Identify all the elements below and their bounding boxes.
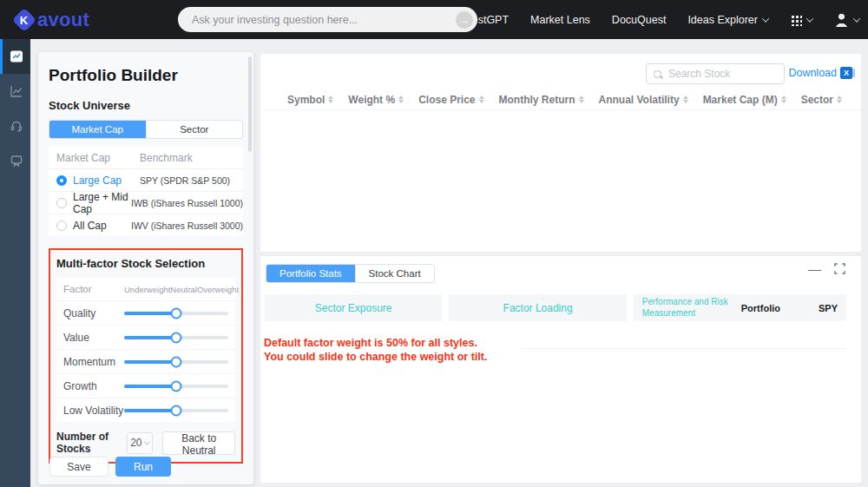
- logo-letter: K: [20, 13, 28, 26]
- sort-icon: [328, 95, 333, 103]
- sidebar-item-portfolio-builder[interactable]: [0, 39, 30, 74]
- chevron-down-icon: [853, 15, 860, 22]
- factor-row-value: Value: [56, 325, 235, 349]
- factor-column-label: Factor: [63, 284, 124, 294]
- option-label: Large Cap: [73, 174, 122, 187]
- builder-actions: Save Run: [49, 457, 171, 477]
- tab-market-cap[interactable]: Market Cap: [49, 121, 146, 138]
- nav-menu: InvestGPT Market Lens DocuQuest Ideas Ex…: [457, 13, 868, 27]
- radio-icon[interactable]: [56, 220, 67, 231]
- universe-option-large-cap[interactable]: Large Cap SPY (SPDR S&P 500): [49, 168, 243, 191]
- sidebar-item-support[interactable]: [0, 109, 30, 143]
- column-label: Annual Volatility: [599, 94, 680, 106]
- fullscreen-icon[interactable]: [834, 263, 845, 274]
- sidebar-item-charts[interactable]: [0, 74, 30, 109]
- column-header-monthly-return[interactable]: Monthly Return: [499, 94, 584, 106]
- slider-handle[interactable]: [171, 356, 182, 367]
- question-search-input[interactable]: [190, 13, 456, 27]
- factor-footer: Number of Stocks 20 Back to Neutral: [56, 431, 235, 455]
- radio-selected-icon[interactable]: [56, 175, 67, 186]
- low-volatility-slider[interactable]: [124, 409, 228, 412]
- overweight-label: Overweight: [197, 285, 239, 294]
- user-icon: [834, 13, 849, 27]
- sidebar-item-research[interactable]: [0, 143, 30, 178]
- nav-item-market-lens[interactable]: Market Lens: [530, 14, 590, 26]
- column-label: Market Cap (M): [703, 94, 778, 106]
- sort-icon: [398, 95, 404, 103]
- tab-portfolio-stats[interactable]: Portfolio Stats: [266, 265, 355, 282]
- option-benchmark: IWV (iShares Russell 3000): [131, 220, 243, 231]
- factor-row-growth: Growth: [56, 373, 235, 398]
- factor-table-header: Factor Underweight Neutral Overweight: [56, 278, 235, 300]
- top-navbar: K avout → InvestGPT Market Lens DocuQues…: [0, 0, 868, 39]
- universe-table-header: Market Cap Benchmark: [49, 147, 243, 168]
- stock-search-box[interactable]: [646, 63, 785, 84]
- slider-fill: [124, 336, 176, 339]
- column-header-weight[interactable]: Weight %: [348, 94, 404, 106]
- tab-stock-chart[interactable]: Stock Chart: [355, 265, 434, 282]
- search-submit-button[interactable]: →: [456, 11, 473, 29]
- page-title: Portfolio Builder: [49, 66, 243, 85]
- column-header-symbol[interactable]: Symbol: [287, 94, 333, 106]
- portfolio-builder-panel: Portfolio Builder Stock Universe Market …: [38, 52, 253, 484]
- factor-loading-header: Factor Loading: [449, 294, 626, 321]
- panel-scrollbar[interactable]: [248, 56, 252, 152]
- slider-handle[interactable]: [171, 332, 182, 343]
- excel-icon: X: [840, 67, 852, 79]
- factor-row-quality: Quality: [56, 300, 235, 325]
- question-search-bar[interactable]: →: [178, 7, 477, 32]
- quality-slider[interactable]: [124, 312, 228, 315]
- value-slider[interactable]: [124, 336, 228, 339]
- universe-option-all-cap[interactable]: All Cap IWV (iShares Russell 3000): [49, 214, 243, 236]
- minimize-icon[interactable]: —: [808, 262, 821, 275]
- back-to-neutral-button[interactable]: Back to Neutral: [162, 431, 235, 455]
- nav-item-ideas-explorer[interactable]: Ideas Explorer: [687, 14, 768, 26]
- stock-search-input[interactable]: [667, 67, 777, 81]
- stock-universe-heading: Stock Universe: [49, 99, 243, 112]
- column-header-market-cap[interactable]: Market Cap (M): [703, 94, 786, 106]
- slider-handle[interactable]: [171, 380, 182, 392]
- slider-fill: [124, 360, 176, 364]
- slider-handle[interactable]: [171, 307, 182, 319]
- stock-table-header-row: Symbol Weight % Close Price Monthly Retu…: [260, 89, 861, 110]
- column-header-annual-volatility[interactable]: Annual Volatility: [599, 94, 688, 106]
- sector-exposure-header: Sector Exposure: [265, 294, 442, 321]
- sort-icon: [837, 95, 842, 103]
- momentum-slider[interactable]: [124, 360, 228, 364]
- panel-window-controls: —: [808, 262, 845, 275]
- slider-fill: [124, 385, 176, 388]
- account-menu[interactable]: [834, 13, 859, 27]
- growth-slider[interactable]: [124, 385, 228, 388]
- save-button[interactable]: Save: [49, 457, 108, 477]
- column-label: Sector: [801, 94, 833, 106]
- option-label: Large + Mid Cap: [73, 191, 131, 215]
- number-of-stocks-select[interactable]: 20: [127, 432, 154, 454]
- slider-fill: [124, 409, 176, 412]
- download-link[interactable]: Download X: [788, 67, 852, 79]
- tab-sector[interactable]: Sector: [146, 121, 243, 138]
- stock-table-card: Download X Symbol Weight % Close Price M…: [260, 54, 861, 252]
- column-header-close-price[interactable]: Close Price: [418, 94, 483, 106]
- column-label: Monthly Return: [499, 94, 575, 106]
- slider-handle[interactable]: [171, 405, 182, 416]
- portfolio-builder-icon: [10, 49, 23, 63]
- neutral-label: Neutral: [170, 285, 197, 294]
- column-header-sector[interactable]: Sector: [801, 94, 842, 106]
- column-label: Weight %: [348, 94, 395, 106]
- sort-icon: [781, 95, 786, 103]
- run-button[interactable]: Run: [115, 457, 171, 477]
- factor-row-low-volatility: Low Volatility: [56, 398, 235, 422]
- sort-icon: [579, 95, 584, 103]
- universe-option-large-mid-cap[interactable]: Large + Mid Cap IWB (iShares Russell 100…: [49, 191, 243, 214]
- kavout-logo[interactable]: K avout: [16, 9, 89, 31]
- option-label: All Cap: [73, 220, 107, 232]
- nav-item-docuquest[interactable]: DocuQuest: [612, 14, 667, 26]
- factor-table: Factor Underweight Neutral Overweight Qu…: [56, 278, 235, 422]
- option-benchmark: IWB (iShares Russell 1000): [131, 198, 243, 208]
- radio-icon[interactable]: [56, 198, 67, 208]
- divider: [521, 348, 846, 349]
- apps-grid-icon: [790, 14, 802, 26]
- stats-section-headers: Sector Exposure Factor Loading Performan…: [265, 294, 846, 321]
- apps-menu[interactable]: [790, 14, 812, 26]
- sort-icon: [479, 95, 484, 103]
